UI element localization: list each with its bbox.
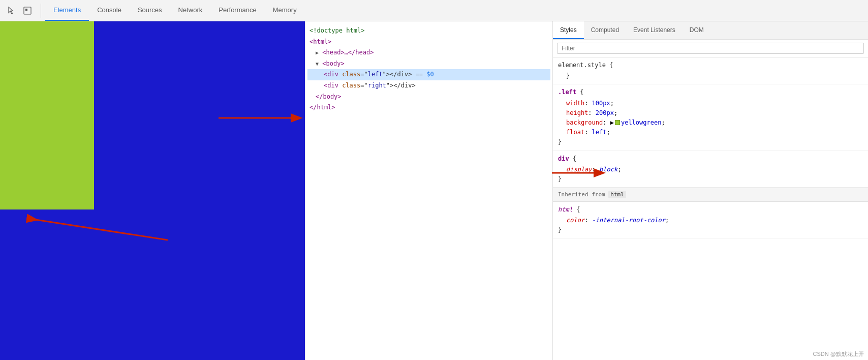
dom-doctype: <!doctype html> xyxy=(307,25,550,37)
styles-filter-container xyxy=(553,40,868,57)
tab-console[interactable]: Console xyxy=(89,0,130,21)
inherited-from-label: Inherited from html xyxy=(553,188,868,202)
subtab-styles[interactable]: Styles xyxy=(553,21,584,39)
tab-performance[interactable]: Performance xyxy=(210,0,264,21)
subtab-event-listeners[interactable]: Event Listeners xyxy=(626,21,683,39)
tab-network[interactable]: Network xyxy=(170,0,211,21)
dom-head-collapsed[interactable]: ▶ <head>…</head> xyxy=(307,47,550,58)
styles-rule-div: div { display: block; } xyxy=(553,151,868,188)
toolbar-icons xyxy=(4,4,41,18)
subtab-dom[interactable]: DOM xyxy=(683,21,711,39)
inspect-icon xyxy=(23,7,32,15)
tab-elements[interactable]: Elements xyxy=(45,0,89,21)
styles-rule-left: .left { width: 100px; height: 200px; bac… xyxy=(553,84,868,151)
styles-filter-input[interactable] xyxy=(557,43,864,54)
green-left-box xyxy=(0,21,94,209)
cursor-icon-btn[interactable] xyxy=(4,4,18,18)
svg-line-5 xyxy=(36,220,168,240)
dom-html-close[interactable]: </html> xyxy=(307,102,550,113)
prop-float: float: left; xyxy=(566,128,863,137)
styles-content: element.style { } .left { width: 100px; … xyxy=(553,57,868,360)
styles-rule-html: html { color: -internal-root-color; } xyxy=(553,202,868,239)
dom-tree: <!doctype html> <html> ▶ <head>…</head> … xyxy=(305,21,552,360)
color-swatch-yellowgreen[interactable] xyxy=(615,120,620,125)
devtools-toolbar: Elements Console Sources Network Perform… xyxy=(0,0,868,21)
arrow-to-dom xyxy=(219,103,305,133)
arrow-left-preview xyxy=(30,215,183,255)
styles-rule-element: element.style { } xyxy=(553,57,868,84)
preview-pane xyxy=(0,21,305,360)
prop-width: width: 100px; xyxy=(566,99,863,108)
subtab-computed[interactable]: Computed xyxy=(584,21,626,39)
styles-subtabs: Styles Computed Event Listeners DOM xyxy=(553,21,868,40)
dom-div-left[interactable]: <div class="left"></div> == $0 xyxy=(307,69,550,80)
prop-color: color: -internal-root-color; xyxy=(566,216,863,225)
dom-div-right[interactable]: <div class="right"></div> xyxy=(307,80,550,92)
dom-panel: <!doctype html> <html> ▶ <head>…</head> … xyxy=(305,21,553,360)
prop-height: height: 200px; xyxy=(566,108,863,118)
dom-body-expanded[interactable]: ▼ <body> xyxy=(307,58,550,70)
styles-panel: Styles Computed Event Listeners DOM elem… xyxy=(553,21,868,360)
dom-body-close[interactable]: </body> xyxy=(307,92,550,103)
inspect-icon-btn[interactable] xyxy=(20,4,35,18)
tab-sources[interactable]: Sources xyxy=(130,0,170,21)
dom-html-open[interactable]: <html> xyxy=(307,37,550,48)
tab-memory[interactable]: Memory xyxy=(265,0,305,21)
devtools-tabs: Elements Console Sources Network Perform… xyxy=(45,0,305,21)
svg-rect-1 xyxy=(25,9,27,11)
cursor-icon xyxy=(7,7,15,15)
prop-display: display: block; xyxy=(566,165,863,174)
main-area: <!doctype html> <html> ▶ <head>…</head> … xyxy=(0,21,868,360)
prop-background: background: ▶yellowgreen; xyxy=(566,118,863,128)
